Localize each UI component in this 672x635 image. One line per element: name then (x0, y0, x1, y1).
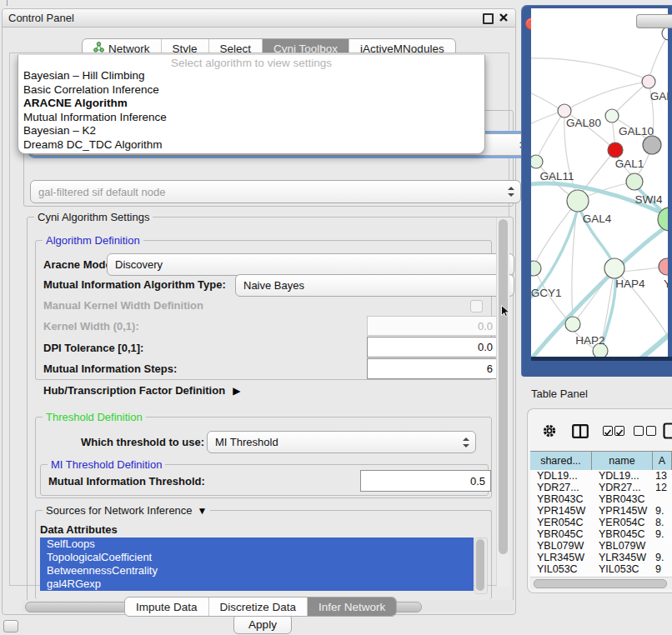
unchecked-checkbox-icon[interactable] (634, 426, 644, 436)
table-row[interactable]: YBR043CYBR043C (530, 493, 672, 505)
network-edge[interactable] (531, 92, 559, 108)
collapsed-panel-button[interactable] (3, 620, 18, 632)
group-title: Threshold Definition (43, 411, 146, 423)
float-window-icon[interactable] (483, 13, 494, 24)
table-cell (653, 540, 672, 552)
mi-threshold-field[interactable]: 0.5 (360, 470, 491, 492)
apply-button[interactable]: Apply (233, 614, 292, 634)
tab-label: Impute Data (136, 601, 198, 613)
node-gal4[interactable] (567, 190, 589, 212)
group-title: MI Threshold Definition (48, 458, 165, 471)
node-gcy1[interactable] (531, 261, 541, 276)
checked-checkbox-icon[interactable] (614, 426, 624, 436)
sources-group-title[interactable]: Sources for Network Inference ▼ (43, 504, 210, 517)
network-edge[interactable] (619, 268, 659, 272)
mi-steps-field[interactable]: 6 (367, 358, 499, 379)
algorithm-option-mutual-information-inference[interactable]: Mutual Information Inference (22, 111, 481, 125)
node-gal1[interactable] (643, 136, 661, 154)
network-edge[interactable] (564, 82, 649, 111)
tab-label: Infer Network (318, 601, 385, 613)
document-icon[interactable] (663, 422, 672, 442)
node-label: GAL10 (619, 125, 654, 138)
tab-impute-data[interactable]: Impute Data (125, 598, 208, 616)
gear-icon[interactable] (542, 423, 557, 441)
column-header-name[interactable]: name (592, 452, 653, 470)
scrollbar-thumb[interactable] (499, 219, 508, 554)
mi-algorithm-type-value: Naive Bayes (243, 279, 304, 292)
hub-definition-expander[interactable]: Hub/Transcription Factor Definition ▶ (43, 384, 240, 397)
network-edge[interactable] (531, 112, 559, 125)
settings-vertical-scrollbar[interactable] (496, 218, 509, 587)
table-cell: 9 (653, 563, 672, 575)
table-cell: YIL053C (592, 563, 653, 575)
node-label: GAL11 (539, 170, 574, 182)
algorithm-option-bayesian-hill-climbing[interactable]: Bayesian – Hill Climbing (22, 69, 481, 83)
attributes-scrollbar[interactable] (474, 538, 488, 594)
combo-stepper-icon (463, 438, 469, 448)
node-gal7[interactable] (642, 75, 655, 88)
close-icon[interactable] (499, 12, 509, 22)
attribute-item-betweennesscentrality[interactable]: BetweennessCentrality (40, 564, 474, 578)
node-gal11[interactable] (531, 155, 543, 168)
network-edge[interactable] (538, 111, 564, 157)
table-cell: YPR145W (530, 505, 592, 517)
hub-definition-label: Hub/Transcription Factor Definition (43, 384, 225, 397)
control-panel: Control Panel NetworkStyleSelectCyni Too… (2, 8, 516, 615)
node-swi4[interactable] (626, 173, 643, 190)
table-cell: YDR27... (592, 482, 653, 493)
scrollbar-thumb[interactable] (534, 579, 667, 588)
algorithm-option-dream8-dc-tdc-algorithm[interactable]: Dream8 DC_TDC Algorithm (22, 138, 481, 152)
control-panel-titlebar: Control Panel (3, 9, 515, 28)
network-select-combo[interactable]: gal-filtered sif default node (30, 180, 521, 203)
algorithm-option-basic-correlation-inference[interactable]: Basic Correlation Inference (22, 83, 481, 98)
network-edge[interactable] (649, 33, 668, 77)
tab-infer-network[interactable]: Infer Network (307, 598, 396, 616)
mi-algorithm-type-combo[interactable]: Naive Bayes (235, 274, 514, 297)
collapse-down-icon: ▼ (198, 505, 208, 517)
table-horizontal-scrollbar[interactable] (530, 577, 672, 589)
aracne-mode-label: Aracne Mode: (43, 258, 115, 271)
table-row[interactable]: YBR045CYBR045C9. (530, 528, 672, 540)
node-y[interactable] (659, 258, 668, 275)
node-hap4[interactable] (604, 258, 624, 278)
table-cell: YBR043C (530, 493, 592, 505)
dpi-tolerance-field[interactable]: 0.0 (367, 337, 499, 358)
table-row[interactable]: YBL079WYBL079W (530, 540, 672, 552)
column-header-shared[interactable]: shared... (530, 452, 592, 470)
unchecked-checkbox-icon[interactable] (646, 426, 656, 436)
table-row[interactable]: YPR145WYPR145W9. (530, 505, 672, 517)
aracne-mode-value: Discovery (115, 258, 163, 271)
node-hap2[interactable] (565, 317, 580, 332)
attribute-item-gal4rgexp[interactable]: gal4RGexp (40, 578, 474, 591)
network-edge[interactable] (612, 82, 649, 116)
table-row[interactable]: YDL19...YDL19...13 (530, 470, 672, 482)
table-cell: YLR345W (592, 552, 653, 563)
table-row[interactable]: YLR345WYLR345W9. (530, 552, 672, 563)
table-cell: YIL053C (530, 563, 592, 575)
table-row[interactable]: YDR27...YDR27...12 (530, 482, 672, 493)
node-gal80[interactable] (558, 104, 571, 118)
network-edge-highlighted[interactable] (628, 330, 668, 357)
algorithm-option-bayesian-k2[interactable]: Bayesian – K2 (22, 124, 481, 138)
table-row[interactable]: YER054CYER054C8. (530, 517, 672, 528)
node[interactable] (608, 142, 623, 158)
node-gal10[interactable] (605, 109, 619, 122)
split-columns-icon[interactable] (572, 424, 589, 441)
algorithm-option-aracne-algorithm[interactable]: ARACNE Algorithm (22, 97, 481, 111)
column-header-a[interactable]: A (653, 452, 672, 470)
dropdown-options: Bayesian – Hill ClimbingBasic Correlatio… (22, 69, 481, 152)
table-row[interactable]: YIL053CYIL053C9 (530, 563, 672, 575)
attribute-item-topologicalcoefficient[interactable]: TopologicalCoefficient (40, 551, 474, 564)
aracne-mode-combo[interactable]: Discovery (107, 253, 514, 276)
sources-title-text: Sources for Network Inference (46, 504, 193, 517)
kernel-width-label: Kernel Width (0,1): (43, 320, 139, 332)
node[interactable] (662, 27, 668, 40)
checked-checkbox-icon[interactable] (603, 426, 613, 436)
attribute-item-selfloops[interactable]: SelfLoops (40, 538, 474, 551)
network-canvas[interactable]: GAL7GAL80GAL10GAL1GAL11SWI4GAL4GCY1HAP4Y… (531, 8, 668, 357)
scrollbar-thumb[interactable] (476, 539, 484, 591)
network-edge[interactable] (531, 58, 644, 78)
which-threshold-combo[interactable]: MI Threshold (207, 431, 476, 453)
desktop: Control Panel NetworkStyleSelectCyni Too… (0, 0, 672, 635)
tab-discretize-data[interactable]: Discretize Data (208, 598, 308, 616)
